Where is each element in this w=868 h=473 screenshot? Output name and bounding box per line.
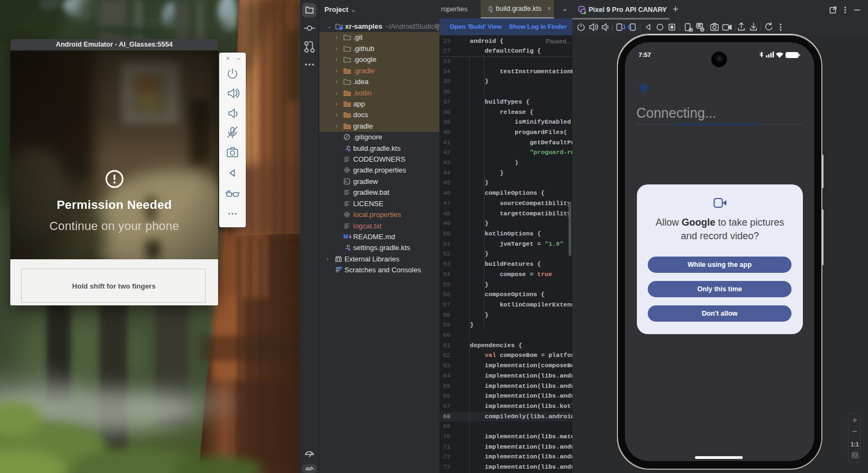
svg-text:k: k xyxy=(348,247,351,251)
svg-text:k: k xyxy=(348,148,351,152)
svg-text:M: M xyxy=(343,234,348,240)
svg-text:k: k xyxy=(490,9,493,13)
